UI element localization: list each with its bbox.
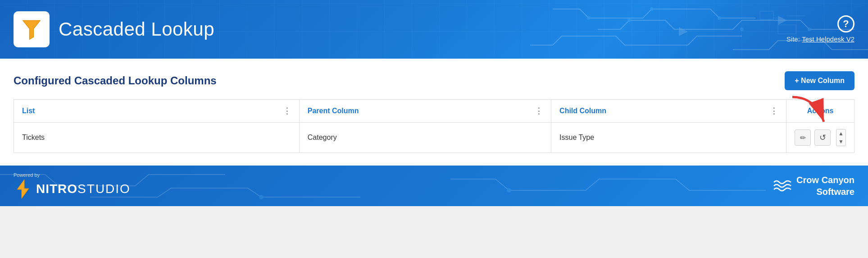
header-left: Cascaded Lookup xyxy=(14,11,214,47)
svg-point-0 xyxy=(587,16,591,20)
new-column-button[interactable]: + New Column xyxy=(785,71,854,90)
scroll-down-button[interactable]: ▼ xyxy=(836,138,845,146)
scroll-up-button[interactable]: ▲ xyxy=(836,129,845,138)
wave-icon xyxy=(773,179,792,193)
svg-marker-16 xyxy=(17,180,29,198)
app-header: Cascaded Lookup ? Site: Test Helpdesk V2 xyxy=(0,0,868,59)
col-header-list: List ⋮ xyxy=(14,100,300,123)
app-footer: Powered by NITRO STUDIO Crow Canyon So xyxy=(0,166,868,206)
cc-wave-icon xyxy=(773,179,792,193)
cell-parent-column: Category xyxy=(299,123,551,153)
col-header-actions: Actions xyxy=(786,100,854,123)
powered-by-label: Powered by xyxy=(14,172,40,178)
help-button[interactable]: ? xyxy=(837,15,854,32)
svg-rect-8 xyxy=(760,11,773,19)
lookup-columns-table: List ⋮ Parent Column ⋮ Child Column xyxy=(14,99,854,153)
nitro-studio-text: NITRO STUDIO xyxy=(36,182,131,196)
svg-point-3 xyxy=(627,18,631,22)
app-icon-box xyxy=(14,11,50,47)
svg-point-2 xyxy=(718,16,721,20)
edit-button[interactable]: ✏ xyxy=(795,129,811,146)
header-right: ? Site: Test Helpdesk V2 xyxy=(786,15,854,43)
site-link[interactable]: Test Helpdesk V2 xyxy=(802,35,854,43)
section-title: Configured Cascaded Lookup Columns xyxy=(14,74,217,87)
crow-canyon-logo: Crow Canyon Software xyxy=(773,174,854,198)
edit-icon: ✏ xyxy=(800,134,806,142)
svg-point-4 xyxy=(740,28,744,31)
svg-point-14 xyxy=(259,195,264,199)
site-info: Site: Test Helpdesk V2 xyxy=(786,35,854,43)
child-col-menu[interactable]: ⋮ xyxy=(766,106,778,116)
svg-point-1 xyxy=(650,7,654,11)
section-header: Configured Cascaded Lookup Columns + New… xyxy=(14,71,854,90)
table-wrapper: List ⋮ Parent Column ⋮ Child Column xyxy=(14,99,854,153)
svg-marker-6 xyxy=(679,27,688,36)
company-name: Crow Canyon Software xyxy=(796,174,854,198)
nitro-logo: Powered by NITRO STUDIO xyxy=(14,172,131,199)
col-header-child: Child Column ⋮ xyxy=(551,100,786,123)
cell-child-column: Issue Type xyxy=(551,123,786,153)
col-header-parent: Parent Column ⋮ xyxy=(299,100,551,123)
parent-col-menu[interactable]: ⋮ xyxy=(531,106,543,116)
site-label: Site: xyxy=(786,35,800,43)
refresh-button[interactable]: ↺ xyxy=(814,129,831,146)
nitro-bolt-icon xyxy=(14,179,32,199)
table-row: Tickets Category Issue Type ✏ ↺ ▲ xyxy=(14,123,854,153)
svg-marker-7 xyxy=(778,16,787,25)
cell-list: Tickets xyxy=(14,123,300,153)
cell-actions: ✏ ↺ ▲ ▼ xyxy=(786,123,854,153)
funnel-icon xyxy=(20,18,43,41)
refresh-icon: ↺ xyxy=(819,133,826,143)
svg-point-15 xyxy=(507,188,511,193)
main-content: Configured Cascaded Lookup Columns + New… xyxy=(0,59,868,166)
list-col-menu[interactable]: ⋮ xyxy=(279,106,291,116)
page-title: Cascaded Lookup xyxy=(59,18,214,40)
table-header-row: List ⋮ Parent Column ⋮ Child Column xyxy=(14,100,854,123)
